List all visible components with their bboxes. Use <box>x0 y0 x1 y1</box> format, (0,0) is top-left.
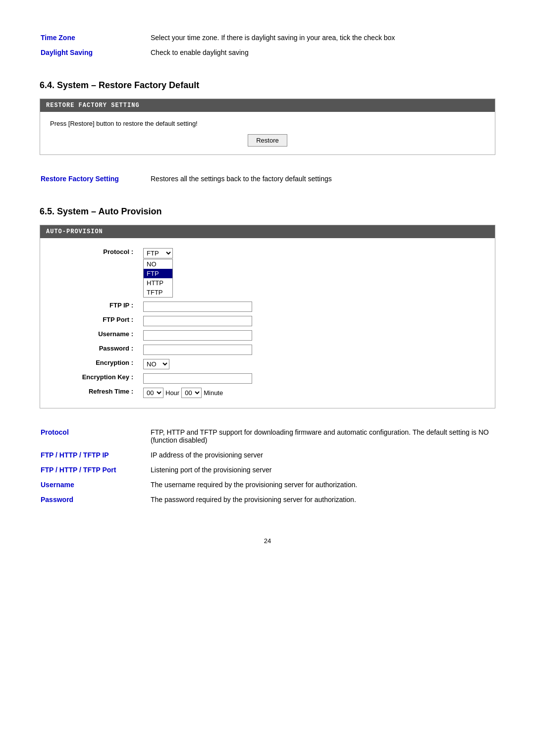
auto-provision-panel-body: Protocol : FTP NO HTTP TFTP NO <box>40 238 495 408</box>
minute-label: Minute <box>204 389 223 397</box>
definition-row-daylight: Daylight Saving Check to enable daylight… <box>41 46 494 59</box>
encryption-key-label: Encryption Key : <box>50 371 139 386</box>
daylight-term: Daylight Saving <box>41 46 150 59</box>
auto-provision-panel-header: AUTO-PROVISION <box>40 225 495 238</box>
refresh-time-row: Refresh Time : 00010203 04050607 0809101… <box>50 386 485 400</box>
ftpport-label: FTP Port : <box>50 314 139 328</box>
section-64-heading: 6.4. System – Restore Factory Default <box>40 80 495 91</box>
password-label: Password : <box>50 343 139 357</box>
password-field <box>139 343 485 357</box>
restore-panel-header: RESTORE FACTORY SETTING <box>40 99 495 112</box>
def-ftpip-desc: IP address of the provisioning server <box>151 448 494 462</box>
protocol-dropdown-list: NO FTP HTTP TFTP <box>143 259 173 298</box>
protocol-option-http[interactable]: HTTP <box>144 278 172 288</box>
def-ftpip-row: FTP / HTTP / TFTP IP IP address of the p… <box>41 448 494 462</box>
username-input[interactable] <box>143 330 252 341</box>
ftpport-field <box>139 314 485 328</box>
def-ftpip-term: FTP / HTTP / TFTP IP <box>41 448 150 462</box>
protocol-option-no[interactable]: NO <box>144 259 172 269</box>
protocol-select[interactable]: FTP NO HTTP TFTP <box>143 248 173 258</box>
encryption-field: NO YES <box>139 357 485 371</box>
def-ftpport-term: FTP / HTTP / TFTP Port <box>41 463 150 477</box>
encryption-key-row: Encryption Key : <box>50 371 485 386</box>
protocol-option-ftp[interactable]: FTP <box>144 269 172 278</box>
refresh-time-label: Refresh Time : <box>50 386 139 400</box>
def-username-term: Username <box>41 478 150 492</box>
def-username-desc: The username required by the provisionin… <box>151 478 494 492</box>
password-input[interactable] <box>143 345 252 355</box>
auto-provision-form: Protocol : FTP NO HTTP TFTP NO <box>50 246 485 400</box>
username-field <box>139 328 485 343</box>
ftpport-row: FTP Port : <box>50 314 485 328</box>
def-password-term: Password <box>41 493 150 506</box>
ftpip-label: FTP IP : <box>50 300 139 314</box>
encryption-key-field <box>139 371 485 386</box>
definition-row-timezone: Time Zone Select your time zone. If ther… <box>41 31 494 45</box>
protocol-label: Protocol : <box>50 246 139 300</box>
encryption-select[interactable]: NO YES <box>143 359 169 369</box>
def-password-desc: The password required by the provisionin… <box>151 493 494 506</box>
restore-factory-panel: RESTORE FACTORY SETTING Press [Restore] … <box>40 99 495 155</box>
restore-definition-table: Restore Factory Setting Restores all the… <box>40 171 495 187</box>
def-username-row: Username The username required by the pr… <box>41 478 494 492</box>
restore-factory-desc: Restores all the settings back to the fa… <box>151 172 494 186</box>
section-65-heading: 6.5. System – Auto Provision <box>40 206 495 217</box>
refresh-hour-select[interactable]: 00010203 04050607 0809101112 <box>143 388 163 398</box>
protocol-option-tftp[interactable]: TFTP <box>144 288 172 297</box>
daylight-desc: Check to enable daylight saving <box>151 46 494 59</box>
username-row: Username : <box>50 328 485 343</box>
def-ftpport-desc: Listening port of the provisioning serve… <box>151 463 494 477</box>
page-number: 24 <box>40 537 495 545</box>
bottom-definitions: Protocol FTP, HTTP and TFTP support for … <box>40 424 495 507</box>
restore-panel-body: Press [Restore] button to restore the de… <box>40 112 495 154</box>
def-protocol-term: Protocol <box>41 425 150 447</box>
ftpip-input[interactable] <box>143 302 252 312</box>
encryption-label: Encryption : <box>50 357 139 371</box>
refresh-time-field: 00010203 04050607 0809101112 Hour 001530… <box>139 386 485 400</box>
ftpip-field <box>139 300 485 314</box>
protocol-row: Protocol : FTP NO HTTP TFTP NO <box>50 246 485 300</box>
restore-definition-row: Restore Factory Setting Restores all the… <box>41 172 494 186</box>
password-row: Password : <box>50 343 485 357</box>
protocol-dropdown-container: FTP NO HTTP TFTP NO FTP HTTP TFTP <box>143 248 173 298</box>
hour-label: Hour <box>165 389 179 397</box>
restore-instruction: Press [Restore] button to restore the de… <box>50 120 485 127</box>
restore-button-row: Restore <box>50 134 485 147</box>
encryption-key-input[interactable] <box>143 373 252 384</box>
protocol-field: FTP NO HTTP TFTP NO FTP HTTP TFTP <box>139 246 485 300</box>
restore-button[interactable]: Restore <box>248 134 287 147</box>
timezone-term: Time Zone <box>41 31 150 45</box>
timezone-desc: Select your time zone. If there is dayli… <box>151 31 494 45</box>
encryption-row: Encryption : NO YES <box>50 357 485 371</box>
restore-factory-term: Restore Factory Setting <box>41 172 150 186</box>
def-ftpport-row: FTP / HTTP / TFTP Port Listening port of… <box>41 463 494 477</box>
def-password-row: Password The password required by the pr… <box>41 493 494 506</box>
refresh-minute-select[interactable]: 00153045 <box>181 388 202 398</box>
refresh-time-container: 00010203 04050607 0809101112 Hour 001530… <box>143 388 481 398</box>
def-protocol-desc: FTP, HTTP and TFTP support for downloadi… <box>151 425 494 447</box>
auto-provision-panel: AUTO-PROVISION Protocol : FTP NO HTTP TF… <box>40 225 495 408</box>
username-label: Username : <box>50 328 139 343</box>
def-protocol-row: Protocol FTP, HTTP and TFTP support for … <box>41 425 494 447</box>
ftpport-input[interactable] <box>143 316 252 326</box>
protocol-select-row: FTP NO HTTP TFTP <box>143 248 173 258</box>
top-definitions: Time Zone Select your time zone. If ther… <box>40 30 495 60</box>
ftpip-row: FTP IP : <box>50 300 485 314</box>
